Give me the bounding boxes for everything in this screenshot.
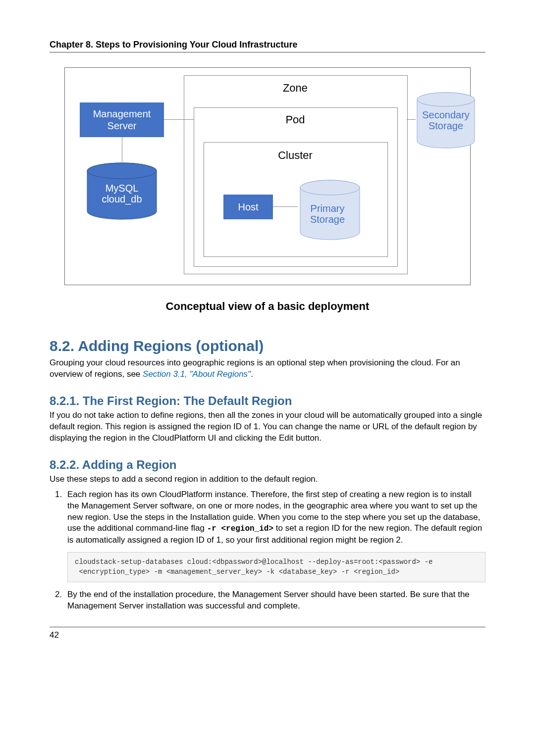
connector	[273, 206, 298, 207]
heading-8-2: 8.2. Adding Regions (optional)	[50, 338, 485, 354]
divider	[50, 52, 485, 52]
host-box: Host	[223, 195, 273, 219]
code-block: cloudstack-setup-databases cloud:<dbpass…	[67, 552, 485, 582]
heading-8-2-1: 8.2.1. The First Region: The Default Reg…	[50, 394, 485, 408]
chapter-title: Chapter 8. Steps to Provisioning Your Cl…	[50, 40, 485, 50]
text: .	[251, 369, 253, 379]
svg-point-5	[417, 93, 475, 106]
step-2: By the end of the installation procedure…	[64, 589, 485, 612]
paragraph: Grouping your cloud resources into geogr…	[50, 357, 485, 380]
mysql-label: MySQL cloud_db	[85, 183, 159, 204]
connector	[122, 137, 122, 162]
figure-deployment-overview: Zone Pod Cluster Host Primary Storage	[64, 67, 471, 313]
management-server-box: Management Server	[80, 102, 164, 137]
connector	[164, 119, 194, 120]
ordered-steps: Each region has its own CloudPlatform in…	[50, 489, 485, 612]
pod-label: Pod	[194, 113, 397, 126]
connector	[407, 119, 416, 120]
link-section-3-1[interactable]: Section 3.1, "About Regions"	[143, 369, 251, 379]
secondary-storage-label: Secondary Storage	[414, 109, 478, 131]
svg-point-3	[87, 163, 157, 179]
primary-storage-label: Primary Storage	[298, 192, 357, 236]
page-number: 42	[50, 630, 485, 640]
divider	[50, 627, 485, 627]
text: Grouping your cloud resources into geogr…	[50, 358, 460, 379]
host-label: Host	[238, 201, 258, 213]
figure-caption: Conceptual view of a basic deployment	[64, 300, 471, 313]
paragraph: Use these steps to add a second region i…	[50, 474, 485, 485]
step-1: Each region has its own CloudPlatform in…	[64, 489, 485, 583]
code-flag-r: -r <region_id>	[207, 524, 273, 533]
management-server-label: Management Server	[93, 108, 151, 132]
cluster-label: Cluster	[204, 149, 387, 162]
heading-8-2-2: 8.2.2. Adding a Region	[50, 458, 485, 472]
paragraph: If you do not take action to define regi…	[50, 410, 485, 444]
diagram-frame: Zone Pod Cluster Host Primary Storage	[64, 67, 471, 285]
zone-label: Zone	[184, 82, 407, 95]
